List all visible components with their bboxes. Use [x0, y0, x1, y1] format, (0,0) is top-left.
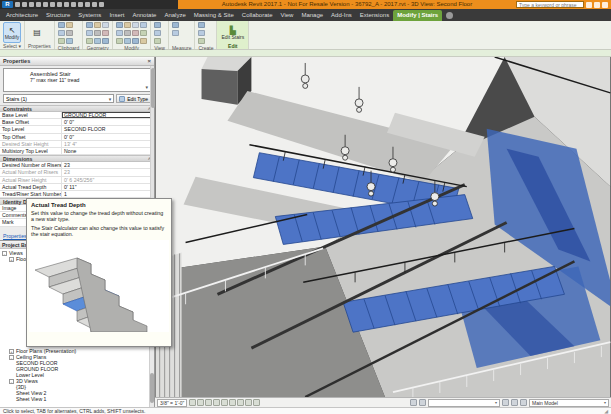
- exclude-options-icon[interactable]: [502, 399, 509, 406]
- modify-button[interactable]: ↖Modify: [3, 22, 21, 43]
- edit-type-button[interactable]: Edit Type: [116, 94, 151, 103]
- create-similar-icon[interactable]: [198, 30, 205, 36]
- split-face-icon[interactable]: [94, 30, 101, 36]
- tab-modify-stairs[interactable]: Modify | Stairs: [393, 10, 442, 21]
- demolish-icon[interactable]: [102, 22, 109, 28]
- sun-path-icon[interactable]: [205, 399, 212, 406]
- help-icon[interactable]: [602, 2, 608, 8]
- visual-style-icon[interactable]: [197, 399, 204, 406]
- property-value[interactable]: 0' 0": [62, 134, 154, 140]
- match-type-icon[interactable]: [66, 22, 73, 28]
- open-file-icon[interactable]: [15, 2, 20, 7]
- measure-icon[interactable]: [57, 2, 62, 7]
- sign-in-icon[interactable]: [594, 2, 600, 8]
- tab-insert[interactable]: Insert: [105, 10, 128, 21]
- workset-dropdown[interactable]: [428, 399, 500, 407]
- create-group-icon[interactable]: [198, 22, 205, 28]
- hide-element-icon[interactable]: [154, 30, 161, 36]
- save-icon[interactable]: [22, 2, 27, 7]
- crop-region-icon[interactable]: [237, 399, 244, 406]
- property-value[interactable]: None: [62, 148, 154, 154]
- section-header-constraints[interactable]: Constraints^: [0, 105, 154, 112]
- offset-icon[interactable]: [116, 30, 123, 36]
- property-value[interactable]: 1: [62, 191, 154, 197]
- undo-icon[interactable]: [36, 2, 41, 7]
- property-value[interactable]: 0' 11": [62, 184, 154, 190]
- modify-options-icon[interactable]: [446, 12, 453, 19]
- align-icon[interactable]: [116, 22, 123, 28]
- pin-icon[interactable]: [66, 38, 73, 44]
- thin-lines-icon[interactable]: [99, 2, 104, 7]
- cope-icon[interactable]: [86, 22, 93, 28]
- tree-item-sheet-view-1[interactable]: Sheet View 1: [0, 396, 154, 402]
- tag-icon[interactable]: [71, 2, 76, 7]
- cut-geometry-icon[interactable]: [86, 30, 93, 36]
- tab-manage[interactable]: Manage: [297, 10, 327, 21]
- mirror-icon[interactable]: [116, 38, 123, 44]
- collapse-icon[interactable]: -: [9, 355, 14, 360]
- print-icon[interactable]: [50, 2, 55, 7]
- split-icon[interactable]: [132, 30, 139, 36]
- tab-annotate[interactable]: Annotate: [128, 10, 160, 21]
- redo-icon[interactable]: [43, 2, 48, 7]
- selection-box-icon[interactable]: [154, 22, 161, 28]
- section-header-dimensions[interactable]: Dimensions^: [0, 155, 154, 162]
- pin-modify-icon[interactable]: [140, 30, 147, 36]
- collapse-icon[interactable]: -: [9, 379, 14, 384]
- aligned-dim-icon[interactable]: [172, 30, 179, 36]
- property-value[interactable]: 23: [62, 162, 154, 168]
- paint-icon[interactable]: [94, 38, 101, 44]
- section-icon[interactable]: [92, 2, 97, 7]
- measure-tool-icon[interactable]: [172, 22, 179, 28]
- revit-logo[interactable]: R: [2, 1, 13, 8]
- worksets-icon[interactable]: [410, 399, 417, 406]
- property-value[interactable]: 13' 4": [62, 141, 154, 147]
- tab-collaborate[interactable]: Collaborate: [238, 10, 277, 21]
- tab-extensions[interactable]: Extensions: [356, 10, 393, 21]
- rotate-icon[interactable]: [124, 38, 131, 44]
- edit-stairs-button[interactable]: ▙Edit Stairs: [220, 22, 245, 43]
- wall-joins-icon[interactable]: [94, 22, 101, 28]
- property-value[interactable]: SECOND FLOOR: [62, 126, 154, 132]
- crop-view-icon[interactable]: [229, 399, 236, 406]
- tab-analyze[interactable]: Analyze: [160, 10, 189, 21]
- array-icon[interactable]: [132, 38, 139, 44]
- sync-icon[interactable]: [29, 2, 34, 7]
- drawing-area-3d-view[interactable]: [155, 57, 611, 397]
- move-icon[interactable]: [124, 22, 131, 28]
- copy-to-clipboard-icon[interactable]: [58, 38, 65, 44]
- close-icon[interactable]: ×: [147, 58, 151, 64]
- element-filter-dropdown[interactable]: Stairs (1): [3, 94, 114, 103]
- tab-view[interactable]: View: [277, 10, 298, 21]
- tab-massing-site[interactable]: Massing & Site: [190, 10, 238, 21]
- paste-icon[interactable]: [58, 22, 65, 28]
- detail-level-icon[interactable]: [189, 399, 196, 406]
- rendering-icon[interactable]: [221, 399, 228, 406]
- resize-grip[interactable]: ◢: [604, 408, 608, 414]
- reveal-hidden-icon[interactable]: [253, 399, 260, 406]
- expand-icon[interactable]: +: [9, 349, 14, 354]
- scale-icon[interactable]: [140, 22, 147, 28]
- create-assembly-icon[interactable]: [198, 38, 205, 44]
- temporary-hide-icon[interactable]: [245, 399, 252, 406]
- property-value[interactable]: 0' 0": [62, 119, 154, 125]
- exchange-apps-icon[interactable]: [586, 2, 592, 8]
- tab-systems[interactable]: Systems: [74, 10, 105, 21]
- trim-icon[interactable]: [132, 22, 139, 28]
- cut-to-clipboard-icon[interactable]: [58, 30, 65, 36]
- filter-funnel-icon[interactable]: [511, 399, 518, 406]
- default-3d-view-icon[interactable]: [85, 2, 90, 7]
- delete-modify-icon[interactable]: [140, 38, 147, 44]
- beam-joins-icon[interactable]: [102, 30, 109, 36]
- join-icon[interactable]: [86, 38, 93, 44]
- view-scale-button[interactable]: 3/8" = 1'-0": [157, 399, 187, 407]
- type-selector[interactable]: Assembled Stair 7" max riser 11" tread: [3, 68, 151, 92]
- tab-add-ins[interactable]: Add-Ins: [327, 10, 356, 21]
- properties-button[interactable]: ▤: [28, 22, 46, 43]
- copy-icon[interactable]: [124, 30, 131, 36]
- aligned-dimension-icon[interactable]: [64, 2, 69, 7]
- collapse-icon[interactable]: -: [2, 251, 7, 256]
- shadows-icon[interactable]: [213, 399, 220, 406]
- search-input[interactable]: [516, 1, 584, 8]
- text-icon[interactable]: [78, 2, 83, 7]
